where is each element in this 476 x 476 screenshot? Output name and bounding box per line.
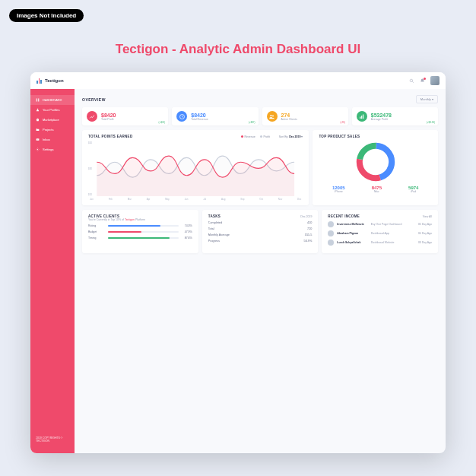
product-stat: 8475Mac xyxy=(372,186,382,193)
brand[interactable]: Tectigon xyxy=(36,78,64,84)
overview-title: OVERVIEW xyxy=(82,97,106,102)
svg-rect-4 xyxy=(36,100,37,101)
stat-icon xyxy=(268,113,275,120)
task-row: Total720 xyxy=(208,227,313,230)
income-row: Abraham PigeonDashboard App04 Day Ago xyxy=(328,230,432,236)
top-product-card: TOP PRODUCT SALES 12005iPhone8475Mac5974… xyxy=(313,130,438,205)
sidebar-item-profiles[interactable]: Your Profiles xyxy=(30,105,75,115)
product-stat: 5974iPad xyxy=(408,186,418,193)
notification-icon[interactable] xyxy=(420,78,425,84)
sidebar-item-marketplace[interactable]: Marketplace xyxy=(30,115,75,125)
svg-rect-5 xyxy=(38,100,39,101)
tasks-card: TASKSDec.2019 Completed410Total720Monthl… xyxy=(202,210,319,253)
sidebar-item-label: Your Profiles xyxy=(43,108,60,112)
svg-rect-12 xyxy=(360,116,361,119)
topbar: Tectigon xyxy=(30,72,446,89)
avatar-icon xyxy=(328,240,334,246)
avatar-icon xyxy=(328,221,334,227)
stat-card: 274Active Clients(-29) xyxy=(262,107,348,125)
stat-delta: (-29) xyxy=(340,121,344,124)
task-row: Progress56.9% xyxy=(208,240,313,243)
month-selector[interactable]: Monthly ▾ xyxy=(416,95,438,103)
search-icon[interactable] xyxy=(409,78,414,84)
stat-value: $8420 xyxy=(101,113,116,118)
x-tick: Oct xyxy=(259,198,263,201)
x-tick: Mar xyxy=(128,198,132,201)
stat-label: Total Revenue xyxy=(191,118,208,121)
income-row: Lurch SchpellchekDashboard Website03 Day… xyxy=(328,240,432,246)
sidebar-item-projects[interactable]: Projects xyxy=(30,125,75,135)
sidebar-item-label: DASHBOARD xyxy=(43,98,62,102)
active-clients-subtitle: You're Currently in Top 10% of Tectigon … xyxy=(88,218,192,221)
stat-card: $8420Total Revenue(+387) xyxy=(172,107,258,125)
x-tick: May xyxy=(165,198,170,201)
sidebar-item-label: Projects xyxy=(43,128,53,132)
sidebar: DASHBOARD Your Profiles Marketplace Proj… xyxy=(30,89,75,453)
tasks-title: TASKS xyxy=(208,214,221,218)
avatar-icon xyxy=(328,230,334,236)
x-tick: Jun xyxy=(185,198,189,201)
avatar[interactable] xyxy=(430,76,440,85)
sidebar-item-dashboard[interactable]: DASHBOARD xyxy=(30,95,75,105)
user-icon xyxy=(36,108,40,112)
svg-point-6 xyxy=(37,109,39,110)
active-clients-card: ACTIVE CLIENTS You're Currently in Top 1… xyxy=(82,210,198,253)
shop-icon xyxy=(36,118,40,122)
svg-line-1 xyxy=(412,81,413,82)
x-tick: Sep xyxy=(240,198,244,201)
brand-logo-icon xyxy=(36,78,43,84)
view-all-link[interactable]: View All xyxy=(423,215,432,218)
income-title: RECENT INCOME xyxy=(328,214,360,218)
chart-legend: Revenue Profit Sort By: Dec 2019 ▾ xyxy=(241,135,303,138)
line-chart: $50$30$10 xyxy=(88,141,303,196)
stat-value: 274 xyxy=(281,113,297,118)
stat-delta: (+$25) xyxy=(158,121,165,124)
svg-point-0 xyxy=(410,79,413,82)
sidebar-item-inbox[interactable]: Inbox xyxy=(30,135,75,144)
dashboard-icon xyxy=(36,98,40,102)
x-tick: Feb xyxy=(109,198,113,201)
x-tick: Apr xyxy=(147,198,151,201)
income-row: Invereness McKenzieEsy One Page Dashboar… xyxy=(328,221,432,227)
points-chart-card: TOTAL POINTS EARNED Revenue Profit Sort … xyxy=(82,130,309,205)
stat-label: Active Clients xyxy=(281,118,297,121)
svg-rect-3 xyxy=(38,99,39,100)
sidebar-item-label: Inbox xyxy=(43,138,50,141)
svg-point-10 xyxy=(270,114,271,116)
svg-rect-2 xyxy=(36,99,37,100)
gear-icon xyxy=(36,148,40,151)
stat-card: $532478Average Profit(+$3.50) xyxy=(352,107,438,125)
donut-chart xyxy=(354,141,397,183)
stat-value: $8420 xyxy=(191,113,208,118)
x-tick: Jul xyxy=(203,198,206,201)
task-row: Completed410 xyxy=(208,221,313,224)
svg-rect-13 xyxy=(361,116,362,119)
stat-delta: (+$3.50) xyxy=(427,121,435,124)
stat-delta: (+387) xyxy=(249,121,255,124)
tasks-date: Dec.2019 xyxy=(300,215,312,218)
stat-card: $8420Total Profit(+$25) xyxy=(82,107,168,125)
app-window: Tectigon DASHBOARD Your Profiles Marketp… xyxy=(30,72,446,453)
svg-point-8 xyxy=(37,149,38,150)
main-content: OVERVIEW Monthly ▾ $8420Total Profit(+$2… xyxy=(75,89,446,453)
page-title: Tectigon - Analytic Admin Dashboard UI xyxy=(0,42,476,57)
sidebar-copyright: 2019 COPYRIGHTS © TECTIGON xyxy=(30,432,75,447)
client-bar-row: Budget47.9% xyxy=(88,230,192,233)
task-row: Monthly Average315.5 xyxy=(208,233,313,236)
svg-point-11 xyxy=(272,115,274,116)
sidebar-item-settings[interactable]: Settings xyxy=(30,144,75,154)
stat-icon xyxy=(358,113,365,120)
x-tick: Dec xyxy=(297,198,301,201)
recent-income-card: RECENT INCOMEView All Invereness McKenzi… xyxy=(322,210,438,253)
app-body: DASHBOARD Your Profiles Marketplace Proj… xyxy=(30,89,446,453)
stat-label: Total Profit xyxy=(101,118,116,121)
brand-name: Tectigon xyxy=(45,78,64,83)
folder-icon xyxy=(36,128,40,132)
stat-icon xyxy=(89,113,96,120)
x-tick: Jan xyxy=(90,198,94,201)
product-stat: 12005iPhone xyxy=(332,186,345,193)
topbar-right xyxy=(409,76,440,85)
mail-icon xyxy=(36,138,40,141)
stat-icon xyxy=(179,113,186,120)
images-not-included-badge: Images Not Included xyxy=(9,9,84,22)
